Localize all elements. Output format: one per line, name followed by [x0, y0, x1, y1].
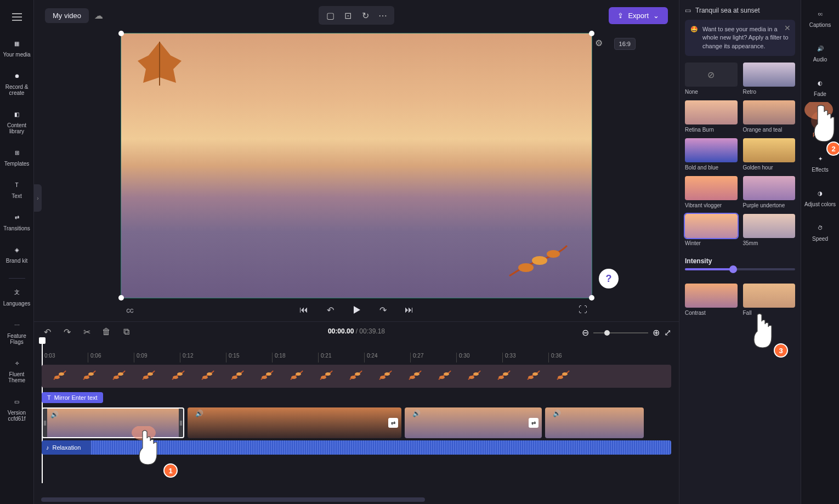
timeline-ruler[interactable]: 0:030:060:090:120:150:180:210:240:270:30… [42, 353, 671, 363]
audio-track[interactable]: ♪ Relaxation [42, 440, 671, 455]
transition-icon[interactable]: ⇄ [388, 418, 398, 428]
rail-adjust-colors[interactable]: ◑Adjust colors [801, 187, 839, 207]
filter-retro[interactable]: Retro [743, 63, 796, 95]
resize-handle-tl[interactable] [118, 31, 124, 36]
svg-point-38 [562, 372, 568, 376]
transition-icon[interactable]: ⇄ [529, 418, 538, 428]
split-button[interactable]: ✂ [81, 326, 92, 337]
project-title[interactable]: My video [45, 8, 89, 23]
forward-icon[interactable]: ↷ [377, 304, 389, 316]
zoom-out-icon[interactable]: ⊖ [582, 327, 589, 338]
skip-end-icon[interactable]: ⏭ [403, 304, 415, 316]
filter-purple-undertone[interactable]: Purple undertone [743, 176, 796, 208]
rewind-icon[interactable]: ↶ [324, 304, 336, 316]
filter-label: 35mm [743, 240, 796, 246]
horizontal-scrollbar[interactable] [41, 497, 425, 502]
filter-label: Bold and blue [685, 165, 738, 171]
video-track[interactable]: || 🔊 || 🔊 ⇄ 🔊 ⇄ 🔊 [42, 407, 671, 438]
speaker-icon[interactable]: 🔊 [553, 410, 561, 417]
video-clip-2[interactable]: 🔊 ⇄ [188, 407, 401, 438]
export-button[interactable]: ⇪ Export ⌄ [609, 7, 668, 24]
intensity-slider[interactable] [685, 268, 795, 270]
nav-version[interactable]: ▭Version ccfd61f [0, 395, 33, 422]
close-tip-icon[interactable]: ✕ [784, 23, 791, 34]
filter-label: Retina Burn [685, 127, 738, 133]
nav-content-library[interactable]: ◧Content library [0, 108, 33, 134]
resize-handle-tr[interactable] [589, 31, 594, 36]
filter-retina-burn[interactable]: Retina Burn [685, 100, 738, 133]
nav-label: Brand kit [6, 258, 27, 264]
clip-handle-left[interactable]: || [43, 409, 47, 437]
nav-templates[interactable]: ⊞Templates [0, 146, 33, 167]
help-button[interactable]: ? [599, 269, 619, 288]
nav-brand-kit[interactable]: ◈Brand kit [0, 243, 33, 264]
zoom-in-icon[interactable]: ⊕ [653, 327, 660, 338]
fit-tool[interactable]: ⊡ [341, 8, 355, 22]
text-track[interactable]: T Mirror Enter text [42, 390, 671, 405]
svg-point-27 [410, 376, 415, 379]
fit-timeline-icon[interactable]: ⤢ [664, 327, 671, 338]
filter-orange-and-teal[interactable]: Orange and teal [743, 100, 796, 133]
text-clip[interactable]: T Mirror Enter text [42, 392, 103, 403]
speaker-icon[interactable]: 🔊 [412, 410, 421, 417]
video-clip-1[interactable]: || 🔊 || [42, 407, 184, 438]
nav-record-create[interactable]: ⏺Record & create [0, 70, 33, 96]
filter-contrast[interactable]: Contrast [685, 284, 738, 316]
duplicate-button[interactable]: ⧉ [121, 326, 132, 337]
zoom-slider[interactable] [593, 332, 648, 333]
aspect-ratio-button[interactable]: 16:9 [614, 38, 636, 50]
svg-point-5 [84, 376, 89, 379]
filter-label: Contrast [685, 310, 738, 316]
filter-bold-and-blue[interactable]: Bold and blue [685, 138, 738, 171]
rail-audio[interactable]: 🔊Audio [801, 42, 839, 63]
svg-point-24 [355, 372, 360, 376]
ruler-tick: 0:21 [318, 353, 364, 363]
nav-text[interactable]: TText [0, 179, 33, 199]
expand-left-icon[interactable]: › [34, 184, 42, 212]
delete-button[interactable]: 🗑 [101, 326, 112, 337]
undo-button[interactable]: ↶ [42, 326, 53, 337]
filter-fall[interactable]: Fall [743, 284, 796, 316]
skip-start-icon[interactable]: ⏮ [298, 304, 310, 316]
play-button[interactable] [350, 304, 362, 316]
filter-none[interactable]: ⊘None [685, 63, 738, 95]
svg-point-34 [503, 372, 508, 376]
rail-filters[interactable]: ⊘Filters [801, 111, 839, 138]
svg-point-7 [114, 376, 119, 379]
filter-thumb [685, 284, 738, 308]
more-tools[interactable]: ⋯ [376, 8, 390, 22]
clip-handle-right[interactable]: || [179, 409, 183, 437]
hamburger-menu[interactable] [7, 7, 27, 27]
svg-point-9 [143, 376, 149, 379]
leaf-overlay-bottom [504, 237, 570, 287]
redo-button[interactable]: ↷ [61, 326, 72, 337]
filter-golden-hour[interactable]: Golden hour [743, 138, 796, 171]
video-canvas[interactable]: ⚙ 16:9 [121, 33, 592, 298]
captions-toggle-icon[interactable]: ㏄ [124, 304, 136, 316]
nav-label: Your media [3, 52, 30, 58]
nav-transitions[interactable]: ⇄Transitions [0, 211, 33, 231]
speed-icon: ⏱ [814, 222, 826, 234]
fullscreen-icon[interactable]: ⛶ [577, 304, 589, 316]
audio-waveform [91, 440, 671, 455]
rail-fade[interactable]: ◐Fade [801, 77, 839, 97]
canvas-settings-icon[interactable]: ⚙ [595, 38, 603, 48]
speaker-icon[interactable]: 🔊 [195, 410, 203, 417]
speaker-icon[interactable]: 🔊 [50, 411, 59, 418]
crop-tool[interactable]: ▢ [323, 8, 337, 22]
nav-your-media[interactable]: ▦Your media [0, 37, 33, 58]
nav-fluent-theme[interactable]: ✧Fluent Theme [0, 357, 33, 383]
video-clip-4[interactable]: 🔊 [545, 407, 644, 438]
video-clip-3[interactable]: 🔊 ⇄ [405, 407, 542, 438]
leaf-thumb-icon [407, 369, 422, 384]
overlay-track[interactable] [42, 365, 671, 388]
nav-feature-flags[interactable]: ⋯Feature Flags [0, 319, 33, 345]
filter-winter[interactable]: Winter [685, 214, 738, 246]
filter-vibrant-vlogger[interactable]: Vibrant vlogger [685, 176, 738, 208]
leaf-thumb-icon [170, 369, 185, 384]
rail-speed[interactable]: ⏱Speed [801, 222, 839, 242]
filter-35mm[interactable]: 35mm [743, 214, 796, 246]
rail-captions[interactable]: ㏄Captions [801, 8, 839, 28]
rotate-tool[interactable]: ↻ [358, 8, 372, 22]
nav-languages[interactable]: 文Languages [0, 286, 33, 307]
